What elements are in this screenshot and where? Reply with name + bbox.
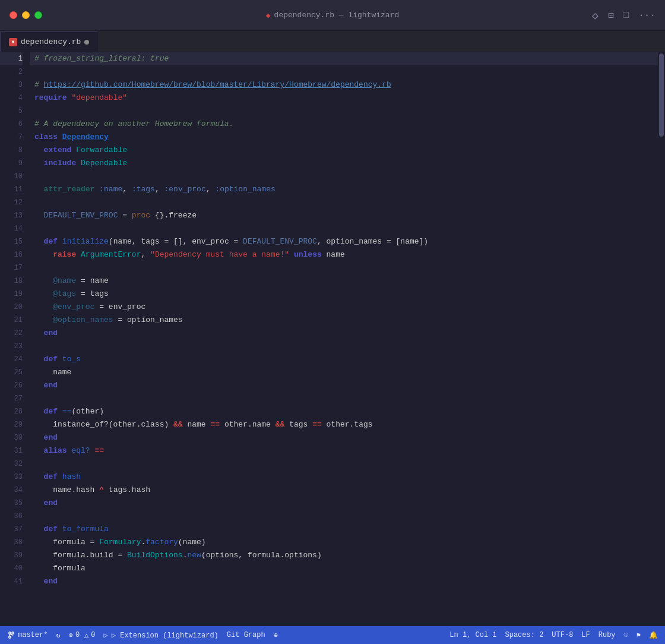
code-line-26: end xyxy=(30,379,658,392)
code-line-9: include Dependable xyxy=(30,157,658,170)
line-number-36: 36 xyxy=(0,510,23,523)
code-line-2 xyxy=(30,65,658,78)
line-number-8: 8 xyxy=(0,144,23,157)
line-number-7: 7 xyxy=(0,131,23,144)
error-count: 0 xyxy=(75,631,80,639)
line-number-22: 22 xyxy=(0,327,23,340)
code-line-8: extend Forwardable xyxy=(30,144,658,157)
code-line-11: attr_reader :name, :tags, :env_proc, :op… xyxy=(30,183,658,196)
editor: 1 2 3 4 5 6 7 8 9 10 11 12 13 14 15 16 1… xyxy=(0,52,665,626)
line-number-13: 13 xyxy=(0,209,23,222)
line-number-40: 40 xyxy=(0,562,23,575)
code-line-5 xyxy=(30,105,658,118)
line-number-15: 15 xyxy=(0,235,23,248)
tab-file-icon: ♦ xyxy=(9,38,17,46)
warning-count: 0 xyxy=(91,631,95,639)
traffic-lights xyxy=(10,11,42,19)
code-line-21: @option_names = option_names xyxy=(30,314,658,327)
tab-dependency-rb[interactable]: ♦ dependency.rb xyxy=(0,31,98,52)
statusbar-pin[interactable]: ⊕ xyxy=(274,631,278,640)
tab-filename: dependency.rb xyxy=(21,37,81,46)
scrollbar-thumb[interactable] xyxy=(659,53,664,137)
code-line-40: formula xyxy=(30,562,658,575)
statusbar-ln-col[interactable]: Ln 1, Col 1 xyxy=(449,631,496,639)
code-line-30: end xyxy=(30,431,658,444)
statusbar-spaces[interactable]: Spaces: 2 xyxy=(505,631,544,639)
line-number-1: 1 xyxy=(0,52,23,65)
code-line-7: class Dependency xyxy=(30,131,658,144)
line-number-31: 31 xyxy=(0,444,23,457)
code-line-38: formula = Formulary.factory(name) xyxy=(30,536,658,549)
code-line-25: name xyxy=(30,366,658,379)
line-number-28: 28 xyxy=(0,405,23,418)
more-actions-icon[interactable]: ··· xyxy=(638,10,656,21)
statusbar-broadcast[interactable]: ⚑ xyxy=(636,631,641,640)
code-line-24: def to_s xyxy=(30,353,658,366)
code-line-3: # https://github.com/Homebrew/brew/blob/… xyxy=(30,78,658,91)
statusbar-notifications[interactable]: 🔔 xyxy=(649,631,658,640)
code-line-13: DEFAULT_ENV_PROC = proc {}.freeze xyxy=(30,209,658,222)
minimize-button[interactable] xyxy=(22,11,30,19)
statusbar-errors[interactable]: ⊗ 0 △ 0 xyxy=(69,631,96,640)
line-number-2: 2 xyxy=(0,65,23,78)
line-number-38: 38 xyxy=(0,536,23,549)
pin-icon: ⊕ xyxy=(274,631,278,640)
layout-icon[interactable]: □ xyxy=(623,10,629,21)
language-text: Ruby xyxy=(598,631,616,639)
line-number-29: 29 xyxy=(0,418,23,431)
extension-run-icon: ▷ xyxy=(104,631,108,640)
line-number-27: 27 xyxy=(0,392,23,405)
line-number-11: 11 xyxy=(0,183,23,196)
spaces-text: Spaces: 2 xyxy=(505,631,544,639)
eol-text: LF xyxy=(581,631,590,639)
tabbar: ♦ dependency.rb xyxy=(0,31,665,52)
line-number-34: 34 xyxy=(0,484,23,497)
sync-icon: ↻ xyxy=(56,631,60,640)
code-line-19: @tags = tags xyxy=(30,288,658,301)
file-icon: ◆ xyxy=(266,11,271,20)
line-number-30: 30 xyxy=(0,431,23,444)
line-number-26: 26 xyxy=(0,379,23,392)
statusbar-git-graph[interactable]: Git Graph xyxy=(227,631,265,639)
statusbar-feedback[interactable]: ☺ xyxy=(624,631,628,639)
line-number-6: 6 xyxy=(0,118,23,131)
broadcast-icon: ⚑ xyxy=(636,631,641,640)
statusbar-eol[interactable]: LF xyxy=(581,631,590,639)
line-numbers: 1 2 3 4 5 6 7 8 9 10 11 12 13 14 15 16 1… xyxy=(0,52,30,626)
maximize-button[interactable] xyxy=(34,11,42,19)
code-line-15: def initialize(name, tags = [], env_proc… xyxy=(30,235,658,248)
svg-point-1 xyxy=(9,636,11,639)
code-area[interactable]: # frozen_string_literal: true # https://… xyxy=(30,52,658,626)
line-number-24: 24 xyxy=(0,353,23,366)
statusbar-sync[interactable]: ↻ xyxy=(56,631,60,640)
code-line-1: # frozen_string_literal: true xyxy=(30,52,658,65)
code-line-28: def ==(other) xyxy=(30,405,658,418)
line-number-5: 5 xyxy=(0,105,23,118)
line-number-32: 32 xyxy=(0,457,23,471)
statusbar-language[interactable]: Ruby xyxy=(598,631,616,639)
code-line-14 xyxy=(30,222,658,235)
encoding-text: UTF-8 xyxy=(552,631,573,639)
code-line-17 xyxy=(30,261,658,274)
code-line-6: # A dependency on another Homebrew formu… xyxy=(30,118,658,131)
statusbar-encoding[interactable]: UTF-8 xyxy=(552,631,573,639)
warnings-icon: △ xyxy=(84,631,88,640)
tab-modified-dot xyxy=(84,40,89,45)
code-line-16: raise ArgumentError, "Dependency must ha… xyxy=(30,248,658,261)
close-button[interactable] xyxy=(10,11,17,19)
statusbar-extension[interactable]: ▷ ▷ Extension (lightwizard) xyxy=(104,631,218,640)
statusbar: master* ↻ ⊗ 0 △ 0 ▷ ▷ Extension (lightwi… xyxy=(0,626,665,644)
source-control-icon[interactable]: ◇ xyxy=(592,9,598,22)
editor-scrollbar[interactable] xyxy=(658,52,665,626)
notifications-icon: 🔔 xyxy=(649,631,658,640)
line-number-37: 37 xyxy=(0,523,23,536)
line-number-19: 19 xyxy=(0,288,23,301)
statusbar-branch[interactable]: master* xyxy=(7,631,48,639)
line-number-41: 41 xyxy=(0,575,23,588)
titlebar: ◆ dependency.rb — lightwizard ◇ ⊟ □ ··· xyxy=(0,0,665,31)
errors-icon: ⊗ xyxy=(69,631,73,640)
split-editor-icon[interactable]: ⊟ xyxy=(608,10,614,21)
line-number-25: 25 xyxy=(0,366,23,379)
code-line-31: alias eql? == xyxy=(30,444,658,457)
line-number-10: 10 xyxy=(0,170,23,183)
